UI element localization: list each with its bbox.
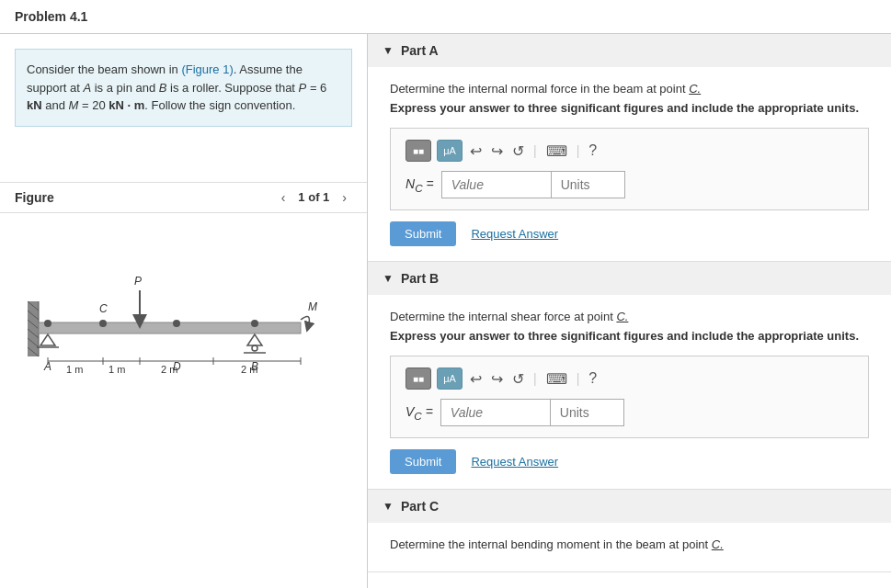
part-A-input-row: NC =	[406, 171, 853, 198]
part-A-mu-btn[interactable]: μA	[437, 140, 463, 162]
part-C-header[interactable]: ▼ Part C	[368, 490, 891, 523]
part-B-redo-icon[interactable]: ↪	[489, 368, 505, 390]
part-A-format-btn[interactable]: ■■	[406, 140, 431, 162]
part-B-input-row: VC =	[406, 399, 853, 426]
part-B-toolbar: ■■ μA ↩ ↪ ↺ | ⌨ | ?	[406, 368, 853, 390]
part-B-var-label: VC =	[406, 404, 433, 422]
format-icon: ■■	[413, 146, 424, 156]
part-B-content: Determine the internal shear force at po…	[368, 295, 891, 489]
svg-text:M: M	[308, 300, 317, 313]
main-layout: Consider the beam shown in (Figure 1). A…	[0, 34, 891, 588]
part-B-question: Determine the internal shear force at po…	[390, 310, 869, 323]
part-A-content: Determine the internal normal force in t…	[368, 67, 891, 261]
part-B-point: C.	[616, 310, 628, 323]
svg-text:1 m: 1 m	[109, 364, 125, 375]
problem-title: Problem 4.1	[0, 0, 891, 34]
svg-text:P: P	[134, 275, 142, 288]
part-C-content: Determine the internal bending moment in…	[368, 523, 891, 571]
part-A-header[interactable]: ▼ Part A	[368, 34, 891, 67]
left-panel: Consider the beam shown in (Figure 1). A…	[0, 34, 368, 588]
part-A-chevron-icon: ▼	[383, 44, 394, 57]
part-C-title: Part C	[401, 499, 439, 514]
part-A-question: Determine the internal normal force in t…	[390, 82, 869, 96]
part-B-section: ▼ Part B Determine the internal shear fo…	[368, 262, 891, 490]
part-B-help-icon[interactable]: ?	[587, 368, 599, 389]
part-A-keyboard-icon[interactable]: ⌨	[544, 141, 569, 162]
right-panel: ▼ Part A Determine the internal normal f…	[368, 34, 891, 588]
svg-text:2 m: 2 m	[241, 364, 257, 375]
svg-text:2 m: 2 m	[161, 364, 177, 375]
part-B-request-link[interactable]: Request Answer	[471, 455, 558, 469]
figure-section: Figure ‹ 1 of 1 ›	[0, 182, 367, 399]
part-C-section: ▼ Part C Determine the internal bending …	[368, 490, 891, 572]
prev-figure-button[interactable]: ‹	[276, 188, 291, 207]
part-B-instruction: Express your answer to three significant…	[390, 329, 869, 343]
mu-icon: μA	[443, 145, 456, 156]
figure-nav-text: 1 of 1	[298, 190, 329, 204]
part-A-undo-icon[interactable]: ↩	[468, 141, 484, 162]
part-B-header[interactable]: ▼ Part B	[368, 262, 891, 295]
part-B-chevron-icon: ▼	[383, 272, 394, 285]
svg-point-13	[99, 320, 107, 327]
part-A-point: C.	[689, 82, 701, 96]
problem-description: Consider the beam shown in (Figure 1). A…	[15, 49, 352, 127]
part-A-redo-icon[interactable]: ↪	[489, 141, 505, 162]
part-B-submit-button[interactable]: Submit	[390, 449, 456, 474]
part-B-value-input[interactable]	[440, 399, 551, 426]
part-A-answer-box: ■■ μA ↩ ↪ ↺ | ⌨ | ?	[390, 128, 869, 210]
part-B-refresh-icon[interactable]: ↺	[510, 368, 526, 390]
part-A-help-icon[interactable]: ?	[587, 141, 599, 161]
part-B-action-row: Submit Request Answer	[390, 449, 869, 474]
part-B-units-input[interactable]	[551, 399, 624, 426]
part-C-question: Determine the internal bending moment in…	[390, 537, 869, 551]
part-B-sep2: |	[577, 371, 580, 386]
part-A-submit-button[interactable]: Submit	[390, 221, 456, 246]
part-B-format-btn[interactable]: ■■	[406, 368, 431, 390]
part-A-sep: |	[533, 143, 537, 158]
svg-text:1 m: 1 m	[66, 364, 83, 375]
part-B-mu-btn[interactable]: μA	[437, 368, 463, 390]
part-A-request-link[interactable]: Request Answer	[471, 227, 558, 241]
part-A-units-input[interactable]	[552, 171, 625, 198]
part-A-sep2: |	[577, 143, 580, 158]
part-A-value-input[interactable]	[441, 171, 552, 198]
page-container: Problem 4.1 Consider the beam shown in (…	[0, 0, 891, 588]
part-A-refresh-icon[interactable]: ↺	[510, 141, 526, 162]
svg-marker-11	[40, 334, 55, 345]
figure-header: Figure ‹ 1 of 1 ›	[0, 182, 367, 213]
svg-marker-19	[247, 334, 262, 345]
part-A-toolbar: ■■ μA ↩ ↪ ↺ | ⌨ | ?	[406, 140, 853, 162]
svg-point-9	[44, 320, 51, 327]
svg-point-20	[252, 345, 257, 351]
svg-rect-8	[39, 322, 301, 334]
figure-link[interactable]: (Figure 1)	[181, 62, 233, 76]
part-B-title: Part B	[401, 271, 439, 286]
part-B-undo-icon[interactable]: ↩	[468, 368, 484, 390]
mu-icon-b: μA	[443, 373, 456, 384]
figure-label: Figure	[15, 190, 54, 205]
part-A-section: ▼ Part A Determine the internal normal f…	[368, 34, 891, 262]
format-icon-b: ■■	[413, 374, 424, 384]
part-B-keyboard-icon[interactable]: ⌨	[544, 368, 569, 390]
svg-point-15	[173, 320, 180, 327]
part-A-var-label: NC =	[406, 176, 434, 194]
part-A-action-row: Submit Request Answer	[390, 221, 869, 246]
next-figure-button[interactable]: ›	[337, 188, 352, 207]
part-B-sep: |	[533, 371, 537, 386]
part-A-title: Part A	[401, 43, 439, 58]
part-B-answer-box: ■■ μA ↩ ↪ ↺ | ⌨ | ?	[390, 356, 869, 438]
part-A-instruction: Express your answer to three significant…	[390, 101, 869, 115]
beam-diagram: A C D B	[28, 228, 340, 384]
svg-text:C: C	[99, 302, 108, 315]
part-C-point: C.	[712, 537, 724, 551]
part-C-chevron-icon: ▼	[383, 500, 394, 513]
figure-nav: ‹ 1 of 1 ›	[276, 188, 352, 207]
figure-diagram: A C D B	[0, 213, 367, 399]
svg-point-17	[251, 320, 258, 327]
